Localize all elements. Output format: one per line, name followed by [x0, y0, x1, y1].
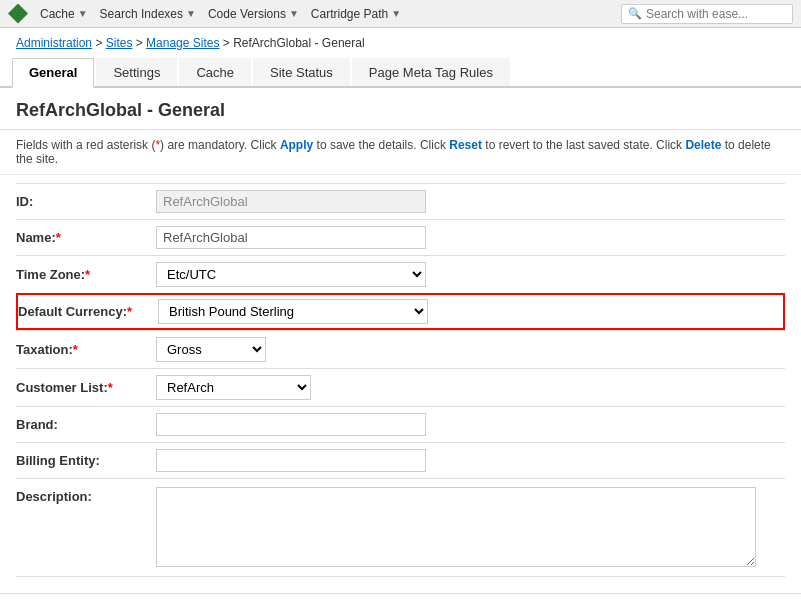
apply-link[interactable]: Apply: [280, 138, 313, 152]
currency-select[interactable]: British Pound Sterling US Dollar Euro Ja…: [158, 299, 428, 324]
control-currency: British Pound Sterling US Dollar Euro Ja…: [158, 299, 478, 324]
control-description: [156, 487, 756, 570]
description-textarea[interactable]: [156, 487, 756, 567]
search-bar[interactable]: 🔍: [621, 4, 793, 24]
form-row-description: Description:: [16, 478, 785, 577]
name-input[interactable]: [156, 226, 426, 249]
label-billing-entity: Billing Entity:: [16, 453, 156, 468]
breadcrumb-sites[interactable]: Sites: [106, 36, 133, 50]
top-nav: Cache ▼ Search Indexes ▼ Code Versions ▼…: [0, 0, 801, 28]
form-row-customer-list: Customer List:* RefArch RefArchGlobal: [16, 368, 785, 406]
form-row-currency: Default Currency:* British Pound Sterlin…: [16, 293, 785, 330]
page-title: RefArchGlobal - General: [0, 88, 801, 130]
form-row-brand: Brand:: [16, 406, 785, 442]
form-row-id: ID:: [16, 183, 785, 219]
search-icon: 🔍: [628, 7, 642, 20]
label-description: Description:: [16, 487, 156, 504]
breadcrumb: Administration > Sites > Manage Sites > …: [0, 28, 801, 58]
control-billing-entity: [156, 449, 476, 472]
reset-link[interactable]: Reset: [449, 138, 482, 152]
label-name: Name:*: [16, 230, 156, 245]
form-row-name: Name:*: [16, 219, 785, 255]
footer: << Back to List: [0, 593, 801, 600]
label-taxation: Taxation:*: [16, 342, 156, 357]
label-customer-list: Customer List:*: [16, 380, 156, 395]
nav-search-indexes[interactable]: Search Indexes ▼: [100, 7, 196, 21]
customer-list-select[interactable]: RefArch RefArchGlobal: [156, 375, 311, 400]
billing-entity-input[interactable]: [156, 449, 426, 472]
tab-site-status[interactable]: Site Status: [253, 58, 350, 86]
breadcrumb-administration[interactable]: Administration: [16, 36, 92, 50]
logo-icon: [8, 4, 28, 24]
label-brand: Brand:: [16, 417, 156, 432]
tab-cache[interactable]: Cache: [179, 58, 251, 86]
id-input: [156, 190, 426, 213]
form-row-taxation: Taxation:* Gross Net: [16, 330, 785, 368]
info-text: Fields with a red asterisk (*) are manda…: [0, 130, 801, 175]
tab-bar: General Settings Cache Site Status Page …: [0, 58, 801, 88]
label-currency: Default Currency:*: [18, 304, 158, 319]
label-timezone: Time Zone:*: [16, 267, 156, 282]
chevron-down-icon: ▼: [186, 8, 196, 19]
label-id: ID:: [16, 194, 156, 209]
chevron-down-icon: ▼: [391, 8, 401, 19]
delete-link[interactable]: Delete: [685, 138, 721, 152]
tab-page-meta-tag-rules[interactable]: Page Meta Tag Rules: [352, 58, 510, 86]
form-row-billing-entity: Billing Entity:: [16, 442, 785, 478]
form-area: ID: Name:* Time Zone:* Etc/UTC America/N…: [0, 175, 801, 585]
chevron-down-icon: ▼: [78, 8, 88, 19]
logo: [8, 4, 28, 24]
nav-code-versions[interactable]: Code Versions ▼: [208, 7, 299, 21]
tab-general[interactable]: General: [12, 58, 94, 88]
control-taxation: Gross Net: [156, 337, 476, 362]
control-id: [156, 190, 476, 213]
control-customer-list: RefArch RefArchGlobal: [156, 375, 476, 400]
breadcrumb-manage-sites[interactable]: Manage Sites: [146, 36, 219, 50]
tab-settings[interactable]: Settings: [96, 58, 177, 86]
form-row-timezone: Time Zone:* Etc/UTC America/New_York Ame…: [16, 255, 785, 293]
breadcrumb-current: RefArchGlobal - General: [233, 36, 364, 50]
control-brand: [156, 413, 476, 436]
timezone-select[interactable]: Etc/UTC America/New_York America/Los_Ang…: [156, 262, 426, 287]
search-input[interactable]: [646, 7, 786, 21]
taxation-select[interactable]: Gross Net: [156, 337, 266, 362]
control-name: [156, 226, 476, 249]
nav-cartridge-path[interactable]: Cartridge Path ▼: [311, 7, 401, 21]
control-timezone: Etc/UTC America/New_York America/Los_Ang…: [156, 262, 476, 287]
nav-cache[interactable]: Cache ▼: [40, 7, 88, 21]
brand-input[interactable]: [156, 413, 426, 436]
chevron-down-icon: ▼: [289, 8, 299, 19]
